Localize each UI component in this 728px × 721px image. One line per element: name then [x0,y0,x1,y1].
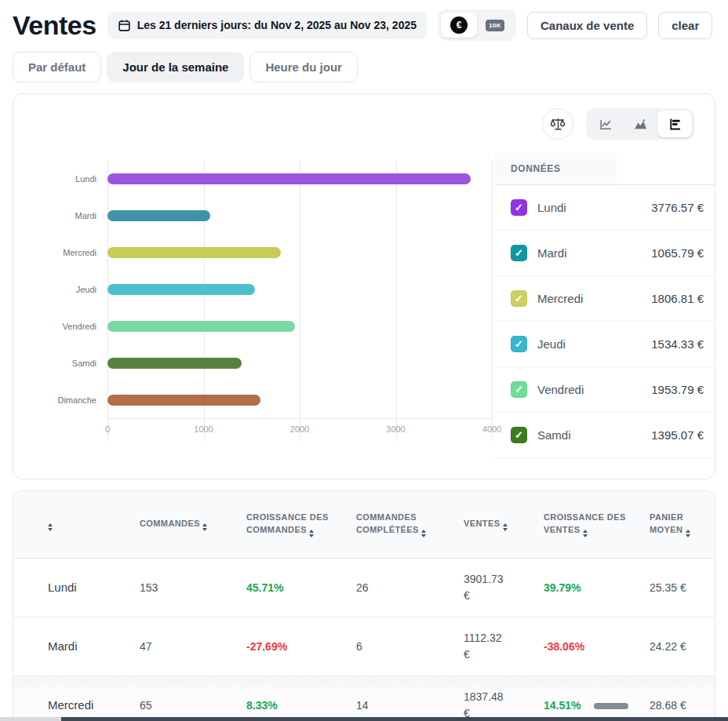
table-row[interactable]: Lundi 153 45.71% 26 3901.73 € 39.79% 25.… [13,559,715,617]
sort-icon[interactable] [202,523,207,531]
cell-croissance-commandes: 45.71% [246,580,356,596]
table-column-label: COMMANDES COMPLÉTÉES [356,512,419,534]
chart-bar[interactable] [107,247,281,258]
table-row[interactable]: Mercredi 65 8.33% 14 1837.48 € 14.51% 28… [13,676,715,721]
legend-rows: ✓ Lundi 3776.57 € ✓ Mardi 1065.79 € ✓ Me… [495,185,715,458]
chart-rows: Lundi Mardi Mercredi Jeudi Vendredi Samd… [29,160,495,418]
legend-series-label: Mardi [537,246,567,260]
legend-checkbox[interactable]: ✓ [511,381,527,398]
chart-type-area[interactable] [623,111,657,137]
sort-icon[interactable] [686,530,690,537]
legend-series-value: 1534.33 € [651,337,704,351]
table-column-header[interactable]: VENTES [464,507,544,542]
table-column-header[interactable]: COMMANDES COMPLÉTÉES [356,501,464,548]
chart-category-label: Jeudi [29,285,107,294]
table-column-header[interactable]: PANIER MOYEN [650,501,715,548]
table-column-label: CROISSANCE DES COMMANDES [246,512,329,534]
table-column-header[interactable] [48,507,140,542]
chart-bar-row: Mercredi [29,234,495,271]
legend-row[interactable]: ✓ Mardi 1065.79 € [495,231,715,276]
cell-croissance-ventes: -38.06% [544,639,650,655]
chart-bar[interactable] [107,358,242,369]
chart-x-axis: 01000200030004000 [107,418,492,437]
chart-bar[interactable] [107,321,295,332]
sort-icon[interactable] [503,523,508,531]
legend-series-value: 3776.57 € [651,201,704,214]
chart-bar-row: Samdi [29,344,495,381]
table-row[interactable]: Mardi 47 -27.69% 6 1112.32 € -38.06% 24.… [13,617,715,676]
chart-bar-row: Lundi [29,160,495,197]
euro-icon: € [450,16,468,34]
cell-ventes: 1837.48 € [464,689,520,721]
cell-croissance-commandes: 8.33% [246,697,356,714]
sort-icon[interactable] [421,530,426,537]
legend-checkbox[interactable]: ✓ [511,427,527,443]
legend-header: DONNÉES [495,152,715,185]
table-header-row: COMMANDES CROISSANCE DES COMMANDES COMMA… [13,491,715,559]
legend-checkbox[interactable]: ✓ [511,199,527,216]
chart-type-hbar[interactable] [657,111,692,137]
cell-ventes: 1112.32 € [464,630,520,663]
view-tab[interactable]: Par défaut [13,52,101,82]
calendar-icon [118,19,131,32]
legend-row[interactable]: ✓ Mercredi 1806.81 € [495,276,715,322]
legend-row[interactable]: ✓ Jeudi 1534.33 € [495,322,715,367]
compare-scale-button[interactable] [542,108,573,140]
legend-series-value: 1395.07 € [651,428,704,442]
legend-row[interactable]: ✓ Lundi 3776.57 € [495,185,715,231]
x-tick-label: 2000 [290,424,309,434]
cell-ventes: 3901.73 € [464,571,520,604]
currency-toggle-10k[interactable]: 10K [477,13,513,38]
table-column-header[interactable]: CROISSANCE DES COMMANDES [246,501,356,548]
chart-category-label: Mercredi [29,248,107,257]
legend-checkbox[interactable]: ✓ [511,245,527,261]
table-column-label: VENTES [464,519,500,528]
x-tick-label: 1000 [194,424,213,434]
table-column-header[interactable]: COMMANDES [140,507,246,542]
legend-checkbox[interactable]: ✓ [511,290,527,307]
sales-channels-button[interactable]: Canaux de vente [527,12,647,39]
table-column-header[interactable]: CROISSANCE DES VENTES [544,501,650,548]
legend-row[interactable]: ✓ Samdi 1395.07 € [495,413,715,458]
horizontal-scrollbar-thumb[interactable] [594,703,628,709]
table-column-label: COMMANDES [140,519,200,528]
chart-body: Lundi Mardi Mercredi Jeudi Vendredi Samd… [29,152,715,458]
horizontal-bar-chart-icon [668,118,682,131]
chart-category-label: Vendredi [29,322,107,331]
sort-icon[interactable] [309,530,314,537]
x-tick-label: 3000 [386,424,405,434]
sort-icon[interactable] [583,530,588,537]
page-title: Ventes [13,10,96,41]
date-range-label: Les 21 derniers jours: du Nov 2, 2025 au… [137,19,417,31]
cell-panier-moyen: 24.22 € [650,639,706,655]
page-header: Ventes Les 21 derniers jours: du Nov 2, … [0,0,728,46]
chart-bar[interactable] [107,395,260,406]
legend-row[interactable]: ✓ Vendredi 1953.79 € [495,367,715,413]
chart-bar-row: Dimanche [29,381,495,418]
chart-bar-row: Jeudi [29,271,495,308]
table-column-label: PANIER MOYEN [650,512,683,534]
legend-series-value: 1953.79 € [651,383,704,396]
chart-bar[interactable] [107,210,210,221]
cell-croissance-commandes: -27.69% [246,639,356,655]
clear-button[interactable]: clear [658,12,712,39]
view-tab[interactable]: Jour de la semaine [107,52,244,82]
chart-bar[interactable] [107,173,471,184]
view-tab[interactable]: Heure du jour [249,52,358,82]
cell-commandes-completees: 26 [356,580,464,596]
cell-day: Lundi [48,579,140,597]
chart-bar[interactable] [107,284,255,295]
legend-series-label: Samdi [537,428,571,442]
sort-icon[interactable] [48,523,53,531]
balance-scale-icon [550,116,566,133]
chart-type-line[interactable] [588,111,623,137]
date-range-chip[interactable]: Les 21 derniers jours: du Nov 2, 2025 au… [107,12,427,39]
legend-series-label: Jeudi [537,337,566,351]
currency-toggle-euro[interactable]: € [441,13,477,38]
chart-legend: DONNÉES ✓ Lundi 3776.57 € ✓ Mardi 1065.7… [495,152,715,458]
chart-bar-row: Vendredi [29,308,495,344]
cell-commandes-completees: 14 [356,697,464,714]
legend-checkbox[interactable]: ✓ [511,336,527,352]
chart-bar-row: Mardi [29,197,495,234]
10k-icon: 10K [486,20,504,31]
